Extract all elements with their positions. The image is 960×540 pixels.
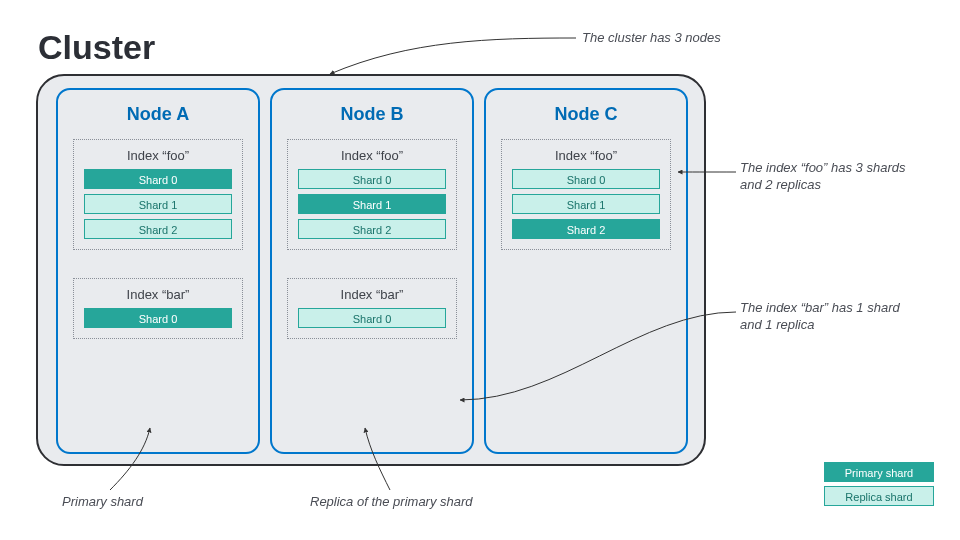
node-c-title: Node C <box>486 104 686 125</box>
node-b: Node B Index “foo” Shard 0 Shard 1 Shard… <box>270 88 474 454</box>
annot-foo-line1: The index “foo” has 3 shards <box>740 160 905 175</box>
index-foo-label: Index “foo” <box>512 148 660 163</box>
node-b-title: Node B <box>272 104 472 125</box>
shard-foo-2-replica: Shard 2 <box>298 219 446 239</box>
node-c: Node C Index “foo” Shard 0 Shard 1 Shard… <box>484 88 688 454</box>
annot-foo-line2: and 2 replicas <box>740 177 821 192</box>
index-foo-label: Index “foo” <box>298 148 446 163</box>
shard-foo-0-replica: Shard 0 <box>298 169 446 189</box>
shard-bar-0-replica: Shard 0 <box>298 308 446 328</box>
shard-foo-1-primary: Shard 1 <box>298 194 446 214</box>
index-bar-label: Index “bar” <box>84 287 232 302</box>
annot-bar-desc: The index “bar” has 1 shard and 1 replic… <box>740 300 900 334</box>
shard-foo-1-replica: Shard 1 <box>512 194 660 214</box>
node-a-index-foo: Index “foo” Shard 0 Shard 1 Shard 2 <box>73 139 243 250</box>
annot-cluster-nodes: The cluster has 3 nodes <box>582 30 721 47</box>
legend: Primary shard Replica shard <box>824 458 934 506</box>
node-c-index-foo: Index “foo” Shard 0 Shard 1 Shard 2 <box>501 139 671 250</box>
shard-foo-0-primary: Shard 0 <box>84 169 232 189</box>
shard-foo-2-primary: Shard 2 <box>512 219 660 239</box>
annot-bar-line1: The index “bar” has 1 shard <box>740 300 900 315</box>
index-bar-label: Index “bar” <box>298 287 446 302</box>
shard-foo-1-replica: Shard 1 <box>84 194 232 214</box>
node-a-index-bar: Index “bar” Shard 0 <box>73 278 243 339</box>
annot-replica-primary: Replica of the primary shard <box>310 494 473 511</box>
annot-primary-shard: Primary shard <box>62 494 143 511</box>
node-b-index-foo: Index “foo” Shard 0 Shard 1 Shard 2 <box>287 139 457 250</box>
legend-primary: Primary shard <box>824 462 934 482</box>
node-a-title: Node A <box>58 104 258 125</box>
diagram-title: Cluster <box>38 28 155 67</box>
node-a: Node A Index “foo” Shard 0 Shard 1 Shard… <box>56 88 260 454</box>
legend-replica: Replica shard <box>824 486 934 506</box>
index-foo-label: Index “foo” <box>84 148 232 163</box>
shard-foo-0-replica: Shard 0 <box>512 169 660 189</box>
shard-bar-0-primary: Shard 0 <box>84 308 232 328</box>
cluster-container: Node A Index “foo” Shard 0 Shard 1 Shard… <box>36 74 706 466</box>
node-b-index-bar: Index “bar” Shard 0 <box>287 278 457 339</box>
shard-foo-2-replica: Shard 2 <box>84 219 232 239</box>
annot-bar-line2: and 1 replica <box>740 317 814 332</box>
annot-foo-desc: The index “foo” has 3 shards and 2 repli… <box>740 160 905 194</box>
